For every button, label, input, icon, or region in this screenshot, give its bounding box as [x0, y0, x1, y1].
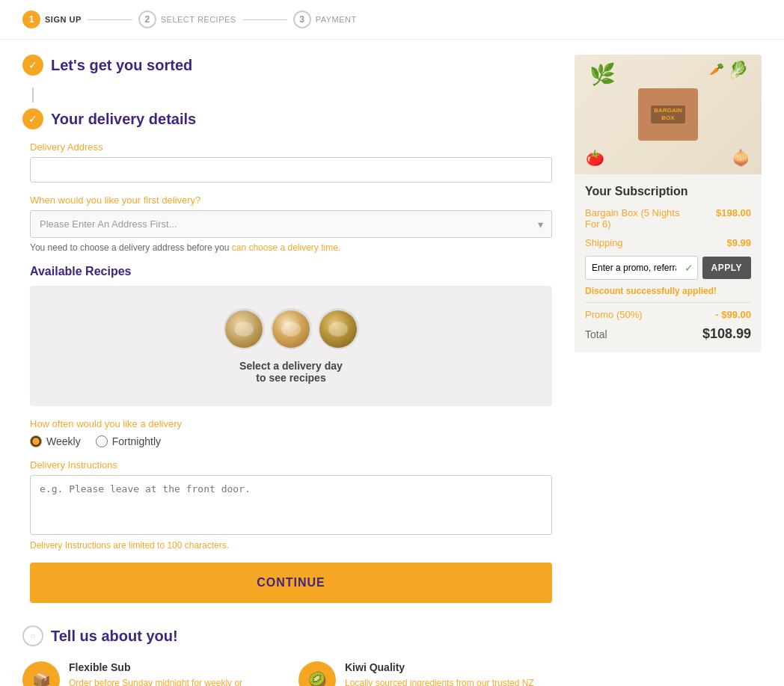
veggie-decor-top: 🥬: [728, 61, 748, 80]
panel-image: 🌿 🥬 🍅 🧅 BARGAIN BOX 🥕: [575, 55, 762, 174]
plate-icon-3: [319, 310, 357, 348]
available-recipes-title: Available Recipes: [30, 265, 552, 278]
fortnightly-option[interactable]: Fortnightly: [96, 435, 161, 447]
select-delivery-text: Select a delivery day to see recipes: [239, 360, 343, 384]
item-price-row: Bargain Box (5 Nights For 6) $198.00: [585, 207, 751, 230]
flexible-sub-title: Flexible Sub: [69, 661, 276, 673]
fortnightly-label: Fortnightly: [112, 435, 161, 447]
promo-discount: - $99.00: [715, 309, 751, 320]
lets-sorted-title: Let's get you sorted: [51, 57, 192, 74]
step-line-2: [242, 19, 287, 20]
delivery-date-select[interactable]: Please Enter An Address First...: [30, 210, 552, 238]
tell-us-title: Tell us about you!: [51, 628, 178, 645]
char-limit-text: Delivery Instructions are limited to 100…: [30, 540, 552, 551]
promo-input-wrap: ✓: [585, 256, 698, 280]
item-label: Bargain Box (5 Nights For 6): [585, 207, 682, 230]
step-2[interactable]: 2 SELECT RECIPES: [138, 10, 236, 28]
total-label: Total: [585, 328, 607, 340]
delivery-address-section: Delivery Address When would you like you…: [22, 141, 552, 253]
step-3[interactable]: 3 PAYMENT: [293, 10, 357, 28]
bargain-box: BARGAIN BOX: [638, 88, 698, 141]
veggie-decor-carrot: 🥕: [709, 62, 724, 76]
kiwi-quality-icon: 🥝: [298, 661, 336, 686]
total-value: $108.99: [702, 326, 751, 342]
recipe-images: [224, 308, 359, 349]
kiwi-quality-desc: Locally sourced ingredients from our tru…: [345, 676, 552, 686]
box-illustration: 🌿 🥬 🍅 🧅 BARGAIN BOX 🥕: [575, 55, 762, 174]
item-price: $198.00: [716, 207, 751, 218]
delivery-address-label: Delivery Address: [30, 141, 552, 153]
frequency-radio-group: Weekly Fortnightly: [30, 435, 552, 447]
continue-button-wrapper: CONTINUE: [22, 563, 552, 625]
veggie-decor-left: 🌿: [589, 62, 616, 87]
box-label: BARGAIN BOX: [651, 105, 685, 124]
plate-icon-2: [272, 310, 310, 348]
feature-kiwi-content: Kiwi Quality Locally sourced ingredients…: [345, 661, 552, 686]
delivery-instructions-textarea[interactable]: [30, 475, 552, 535]
fortnightly-radio[interactable]: [96, 435, 108, 447]
step-line-1: [88, 19, 132, 20]
recipes-placeholder: Select a delivery day to see recipes: [30, 286, 552, 406]
right-column: 🌿 🥬 🍅 🧅 BARGAIN BOX 🥕 Your Su: [575, 55, 762, 686]
veggie-decor-bottom-left: 🍅: [586, 149, 604, 167]
lets-get-sorted-header: ✓ Let's get you sorted: [22, 55, 552, 76]
lets-sorted-check-icon: ✓: [22, 55, 43, 76]
feature-cards: 📦 Flexible Sub Order before Sunday midni…: [22, 661, 552, 686]
subscription-panel: 🌿 🥬 🍅 🧅 BARGAIN BOX 🥕 Your Su: [575, 55, 762, 352]
frequency-label: How often would you like a delivery: [30, 418, 552, 429]
discount-success-text: Discount successfully applied!: [585, 286, 751, 296]
shipping-price-row: Shipping $9.99: [585, 237, 751, 248]
promo-discount-row: Promo (50%) - $99.00: [585, 309, 751, 320]
weekly-radio[interactable]: [30, 435, 42, 447]
available-recipes-section: Available Recipes Select a delivery day …: [22, 265, 552, 406]
step-2-label: SELECT RECIPES: [161, 15, 236, 24]
tell-us-section: ○ Tell us about you!: [22, 625, 552, 646]
tell-us-circle-icon: ○: [22, 625, 43, 646]
delivery-details-check-icon: ✓: [22, 108, 43, 129]
step-1[interactable]: 1 SIGN UP: [22, 10, 82, 28]
top-navigation: 1 SIGN UP 2 SELECT RECIPES 3 PAYMENT: [0, 0, 784, 40]
delivery-warning-text: You need to choose a delivery address be…: [30, 242, 552, 253]
feature-kiwi-quality: 🥝 Kiwi Quality Locally sourced ingredien…: [298, 661, 552, 686]
recipe-img-3: [318, 308, 359, 349]
weekly-option[interactable]: Weekly: [30, 435, 81, 447]
feature-flexible-content: Flexible Sub Order before Sunday midnigh…: [69, 661, 276, 686]
feature-flexible-sub: 📦 Flexible Sub Order before Sunday midni…: [22, 661, 276, 686]
delivery-details-title: Your delivery details: [51, 111, 196, 128]
apply-button[interactable]: APPLY: [702, 257, 751, 279]
veggie-decor-bottom-right: 🧅: [732, 149, 750, 167]
plate-icon-1: [225, 310, 263, 348]
recipe-img-1: [224, 308, 265, 349]
flexible-sub-desc: Order before Sunday midnight for weekly …: [69, 676, 276, 686]
step-3-num: 3: [293, 10, 311, 28]
delivery-date-label: When would you like your first delivery?: [30, 195, 552, 206]
shipping-label: Shipping: [585, 237, 623, 248]
subscription-title: Your Subscription: [585, 185, 751, 198]
shipping-price: $9.99: [726, 237, 751, 248]
promo-check-icon: ✓: [685, 262, 693, 274]
divider-1: [32, 88, 34, 102]
frequency-section: How often would you like a delivery Week…: [22, 418, 552, 447]
delivery-instructions-label: Delivery Instructions: [30, 459, 552, 471]
flexible-sub-icon: 📦: [22, 661, 60, 686]
panel-divider: [585, 302, 751, 303]
weekly-label: Weekly: [46, 435, 81, 447]
promo-row: ✓ APPLY: [585, 256, 751, 280]
left-column: ✓ Let's get you sorted ✓ Your delivery d…: [22, 55, 552, 686]
recipe-img-2: [271, 308, 312, 349]
step-2-num: 2: [138, 10, 156, 28]
delivery-instructions-section: Delivery Instructions Delivery Instructi…: [22, 459, 552, 551]
total-row: Total $108.99: [585, 326, 751, 342]
kiwi-quality-title: Kiwi Quality: [345, 661, 552, 673]
step-1-num: 1: [22, 10, 40, 28]
delivery-details-header: ✓ Your delivery details: [22, 108, 552, 129]
delivery-date-select-wrapper: Please Enter An Address First... ▾: [30, 210, 552, 238]
panel-content: Your Subscription Bargain Box (5 Nights …: [575, 174, 762, 352]
step-3-label: PAYMENT: [316, 15, 357, 24]
step-1-label: SIGN UP: [45, 15, 82, 24]
delivery-address-input[interactable]: [30, 157, 552, 183]
promo-input[interactable]: [585, 256, 698, 280]
promo-label: Promo (50%): [585, 309, 643, 320]
continue-button[interactable]: CONTINUE: [30, 563, 552, 603]
